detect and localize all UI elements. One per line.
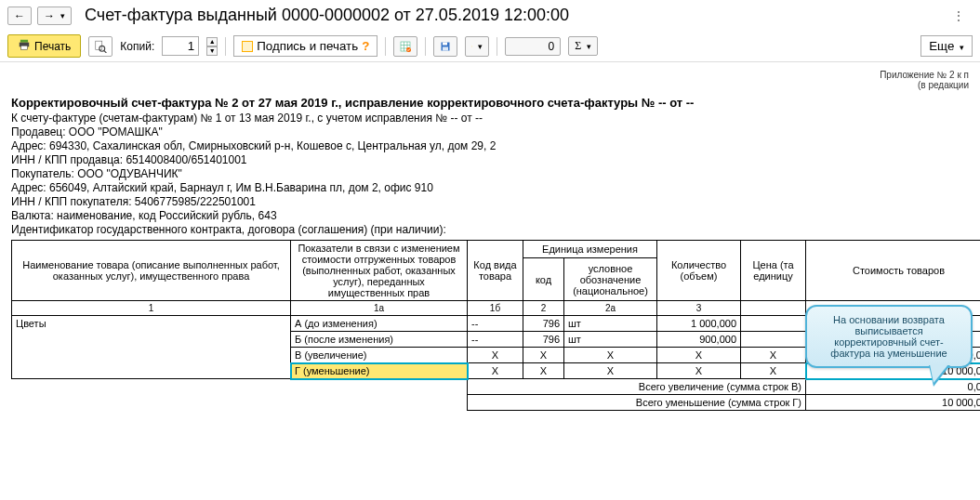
email-button[interactable]: ▾ [465,36,489,57]
cell: -- [468,316,523,332]
preview-button[interactable] [88,36,113,57]
item-name: Цветы [12,316,291,379]
seller-name: Продавец: ООО "РОМАШКА" [11,125,969,138]
colnum: 1 [12,301,291,316]
floppy-icon [440,40,451,53]
seller-inn: ИНН / КПП продавца: 6514008400/651401001 [11,153,969,166]
sign-print-label: Подпись и печать [257,39,358,53]
row-v-label: В (увеличение) [291,348,468,363]
arrow-left-icon: ← [14,9,25,22]
colnum: 2 [523,301,564,316]
cell: Х [741,363,806,379]
svg-line-5 [104,50,106,52]
separator [497,37,497,56]
svg-rect-0 [20,40,28,43]
zero-field[interactable]: 0 [505,37,561,56]
colnum: 1а [291,301,468,316]
totals-dec-value: 10 000,00 [806,395,981,411]
cell: 796 [523,332,564,348]
cell [741,316,806,332]
cell: Х [564,363,657,379]
cell: Х [657,348,741,363]
chevron-down-icon: ▾ [478,42,483,51]
chevron-down-icon: ▾ [960,43,964,52]
totals-increase-row: Всего увеличение (сумма строк В) 0,00 [12,379,981,395]
save-button[interactable] [433,36,457,57]
buyer-address: Адрес: 656049, Алтайский край, Барнаул г… [11,181,969,194]
cell: шт [564,316,657,332]
more-button[interactable]: Еще ▾ [920,35,973,57]
page-title: Счет-фактура выданный 0000-0000002 от 27… [77,4,576,27]
arrow-right-icon: → [44,9,55,22]
forward-button[interactable]: → ▾ [37,7,72,25]
envelope-icon [471,40,472,53]
cell: шт [564,332,657,348]
totals-inc-value: 0,00 [806,379,981,395]
cell: 1 000,000 [657,316,741,332]
totals-dec-label: Всего уменьшение (сумма строк Г) [468,395,806,411]
cell: Х [564,348,657,363]
colnum [741,301,806,316]
more-label: Еще [929,39,954,53]
svg-rect-13 [443,42,447,45]
copies-up-button[interactable]: ▲ [206,37,218,46]
cell: -- [468,332,523,348]
copies-down-button[interactable]: ▼ [206,46,218,56]
spreadsheet-button[interactable] [393,36,417,57]
col-unit: Единица измерения [523,241,657,258]
cell [741,332,806,348]
cell: 900,000 [657,332,741,348]
col-name: Наименование товара (описание выполненны… [12,241,291,301]
col-qty: Количество (объем) [657,241,741,301]
cell: Х [741,348,806,363]
row-g-label: Г (уменьшение) [291,363,468,379]
more-menu-button[interactable]: ⋮ [945,5,973,27]
checkbox-icon [242,41,253,52]
cell: Х [468,348,523,363]
sum-button[interactable]: Σ ▾ [568,36,598,56]
cell: Х [523,348,564,363]
chevron-down-icon: ▾ [587,42,591,51]
col-unit-name: условное обозначение (национальное) [564,258,657,301]
row-b-label: Б (после изменения) [291,332,468,348]
sigma-icon: Σ [575,39,581,53]
row-a-label: А (до изменения) [291,316,468,332]
separator [425,37,426,56]
table-icon [400,40,411,53]
back-button[interactable]: ← [7,7,32,25]
print-button[interactable]: Печать [7,34,81,58]
colnum: 3 [657,301,741,316]
colnum: 2а [564,301,657,316]
totals-inc-label: Всего увеличение (сумма строк В) [468,379,806,395]
appendix-line: (в редакции [11,80,969,90]
print-label: Печать [34,40,71,53]
reference-line: К счету-фактуре (счетам-фактурам) № 1 от… [11,112,969,125]
chevron-down-icon: ▾ [60,11,65,20]
document-title: Корректировочный счет-фактура № 2 от 27 … [11,96,969,110]
cell: Х [468,363,523,379]
col-indicators: Показатели в связи с изменением стоимост… [291,241,468,301]
separator [225,37,226,56]
currency-line: Валюта: наименование, код Российский руб… [11,209,969,222]
totals-decrease-row: Всего уменьшение (сумма строк Г) 10 000,… [12,395,981,411]
svg-rect-3 [96,41,102,49]
sign-and-print-button[interactable]: Подпись и печать ? [233,35,377,57]
svg-rect-14 [443,46,448,50]
printer-icon [18,38,31,54]
appendix-line: Приложение № 2 к п [11,70,969,80]
svg-rect-2 [21,46,28,49]
copies-input[interactable] [162,36,199,56]
gov-contract-line: Идентификатор государственного контракта… [11,223,969,236]
callout-annotation: На основании возврата выписывается корре… [805,305,973,368]
copies-label: Копий: [120,40,154,53]
colnum: 1б [468,301,523,316]
buyer-inn: ИНН / КПП покупателя: 5406775985/2225010… [11,195,969,208]
buyer-name: Покупатель: ООО "ОДУВАНЧИК" [11,167,969,180]
magnify-doc-icon [94,40,107,53]
col-unit-code: код [523,258,564,301]
col-product-code: Код вида товара [468,241,523,301]
zero-value: 0 [549,40,555,53]
separator [385,37,386,56]
seller-address: Адрес: 694330, Сахалинская обл, Смирныхо… [11,139,969,152]
cell: Х [657,363,741,379]
